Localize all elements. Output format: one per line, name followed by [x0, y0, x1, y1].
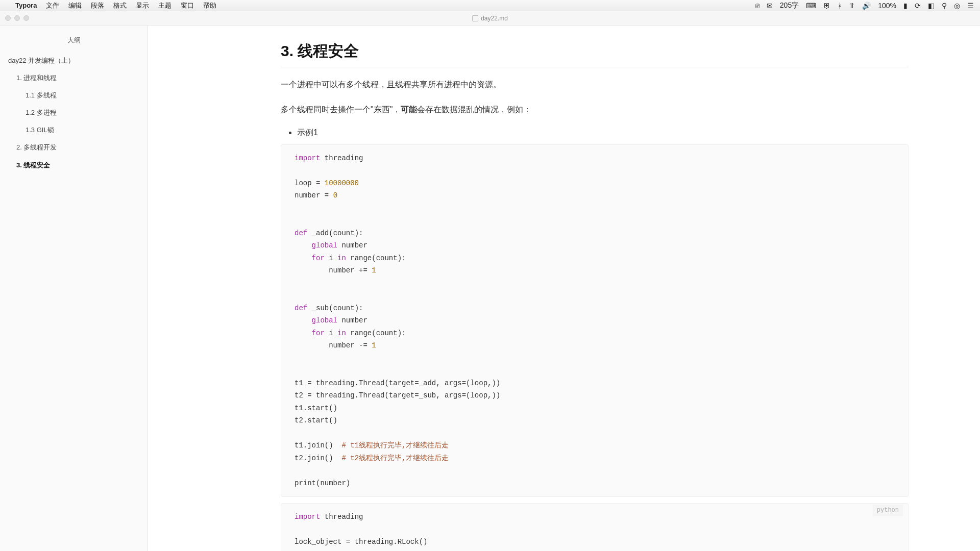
txt-loop: loop = — [295, 179, 325, 187]
lang-tag: python — [873, 505, 903, 516]
txt-i: i — [325, 254, 337, 262]
menu-paragraph[interactable]: 段落 — [91, 1, 104, 10]
kw-in: in — [337, 254, 346, 262]
menu-format[interactable]: 格式 — [113, 1, 127, 10]
maximize-window-icon[interactable] — [23, 15, 29, 21]
menu-edit[interactable]: 编辑 — [68, 1, 82, 10]
editor-area[interactable]: 3. 线程安全 一个进程中可以有多个线程，且线程共享所有进程中的资源。 多个线程… — [148, 26, 980, 551]
bullet-example1[interactable]: 示例1 — [297, 128, 909, 138]
app-icon[interactable]: ◧ — [928, 2, 935, 10]
kw-global: global — [312, 241, 337, 249]
battery-text[interactable]: 100% — [878, 2, 896, 10]
txt-t2start: t2.start() — [295, 416, 337, 424]
window-titlebar: day22.md — [0, 11, 980, 26]
outline-item-1-2[interactable]: 1.2 多进程 — [0, 104, 148, 121]
menu-window[interactable]: 窗口 — [181, 1, 194, 10]
app-name[interactable]: Typora — [15, 2, 37, 9]
spotlight-icon[interactable]: ⚲ — [942, 2, 947, 10]
num-loop: 10000000 — [325, 179, 359, 187]
outline-item-1-1[interactable]: 1.1 多线程 — [0, 87, 148, 104]
paragraph-2[interactable]: 多个线程同时去操作一个"东西"，可能会存在数据混乱的情况，例如： — [281, 103, 909, 117]
macos-menubar: Typora 文件 编辑 段落 格式 显示 主题 窗口 帮助 ⎚ ✉ 205字 … — [0, 0, 980, 11]
kw-def2: def — [295, 304, 307, 312]
kw-import2: import — [295, 513, 320, 521]
kw-in2: in — [337, 329, 346, 337]
traffic-lights[interactable] — [5, 15, 29, 21]
txt-inc: number += — [295, 266, 372, 274]
num-one2: 1 — [372, 341, 376, 349]
shield-icon[interactable]: ⛨ — [823, 2, 830, 10]
input-icon[interactable]: ⌨ — [806, 2, 816, 10]
para2-a: 多个线程同时去操作一个"东西"， — [281, 105, 401, 114]
file-title: day22.md — [481, 15, 508, 22]
kw-import: import — [295, 154, 320, 162]
wifi-icon[interactable]: ⥣ — [849, 2, 855, 10]
txt-t1join: t1.join() — [295, 441, 341, 449]
para2-b: 会存在数据混乱的情况，例如： — [417, 105, 531, 114]
txt-sub: _sub(count): — [307, 304, 363, 312]
menu-theme[interactable]: 主题 — [158, 1, 172, 10]
txt-lock: lock_object = threading.RLock() — [295, 538, 427, 546]
outline-item-2[interactable]: 2. 多线程开发 — [0, 139, 148, 156]
txt-t1start: t1.start() — [295, 404, 337, 412]
outline-item-root[interactable]: day22 并发编程（上） — [0, 52, 148, 69]
txt-t2: t2 = threading.Thread(target=_sub, args=… — [295, 391, 500, 399]
close-window-icon[interactable] — [5, 15, 11, 21]
txt-number: number = — [295, 191, 333, 199]
kw-global2: global — [312, 316, 337, 324]
bullet-list: 示例1 — [281, 128, 909, 138]
para2-bold: 可能 — [401, 105, 417, 114]
heading[interactable]: 3. 线程安全 — [281, 41, 909, 67]
control-center-icon[interactable]: ☰ — [967, 2, 974, 10]
txt-threading2: threading — [320, 513, 363, 521]
outline-item-1-3[interactable]: 1.3 GIL锁 — [0, 121, 148, 139]
txt-print: print(number) — [295, 479, 350, 487]
txt-threading: threading — [320, 154, 363, 162]
siri-icon[interactable]: ◎ — [954, 2, 960, 10]
kw-for: for — [312, 254, 325, 262]
txt-number-id: number — [337, 241, 368, 249]
kw-for2: for — [312, 329, 325, 337]
outline-item-3[interactable]: 3. 线程安全 — [0, 157, 148, 174]
outline-sidebar: 大纲 day22 并发编程（上） 1. 进程和线程 1.1 多线程 1.2 多进… — [0, 26, 148, 551]
bluetooth-icon[interactable]: ᚼ — [838, 2, 842, 10]
minimize-window-icon[interactable] — [14, 15, 20, 21]
volume-icon[interactable]: 🔊 — [862, 2, 871, 10]
cm-t2: # t2线程执行完毕,才继续往后走 — [341, 454, 449, 462]
txt-dec: number -= — [295, 341, 372, 349]
code-block-1[interactable]: import threading loop = 10000000 number … — [281, 144, 909, 497]
menu-help[interactable]: 帮助 — [203, 1, 216, 10]
num-one: 1 — [372, 266, 376, 274]
battery-icon[interactable]: ▮ — [903, 2, 908, 10]
wechat-icon[interactable]: ✉ — [767, 2, 773, 10]
txt-t1: t1 = threading.Thread(target=_add, args=… — [295, 379, 500, 387]
num-zero: 0 — [333, 191, 337, 199]
outline-item-1[interactable]: 1. 进程和线程 — [0, 69, 148, 87]
sync-icon[interactable]: ⟳ — [915, 2, 921, 10]
screencast-icon[interactable]: ⎚ — [755, 2, 760, 10]
txt-number-id2: number — [337, 316, 368, 324]
txt-range2: range(count): — [346, 329, 406, 337]
txt-i2: i — [325, 329, 337, 337]
menu-view[interactable]: 显示 — [136, 1, 149, 10]
paragraph-1[interactable]: 一个进程中可以有多个线程，且线程共享所有进程中的资源。 — [281, 78, 909, 92]
word-count[interactable]: 205字 — [780, 1, 799, 10]
txt-t2join: t2.join() — [295, 454, 341, 462]
file-icon — [472, 15, 478, 21]
cm-t1: # t1线程执行完毕,才继续往后走 — [341, 441, 449, 449]
txt-add: _add(count): — [307, 229, 363, 237]
code-block-2[interactable]: pythonimport threading lock_object = thr… — [281, 503, 909, 551]
menu-file[interactable]: 文件 — [46, 1, 59, 10]
sidebar-header: 大纲 — [0, 31, 148, 52]
kw-def: def — [295, 229, 307, 237]
txt-range: range(count): — [346, 254, 406, 262]
